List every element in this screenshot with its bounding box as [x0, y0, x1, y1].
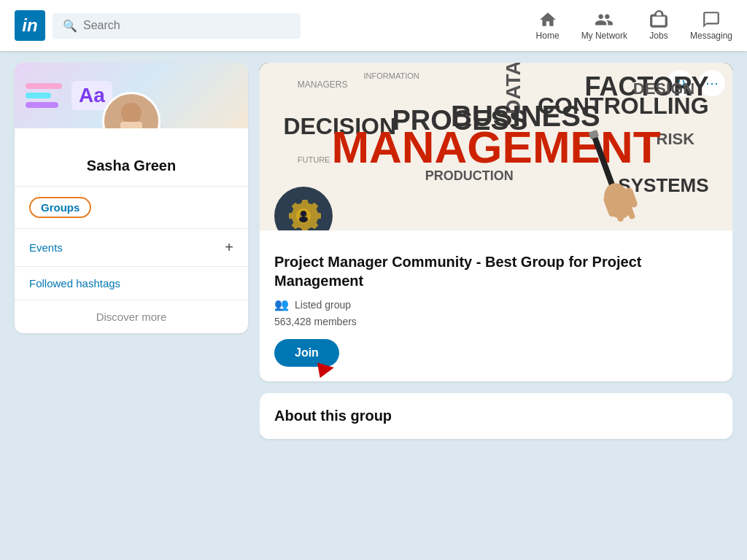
word-design: DESIGN	[633, 79, 694, 98]
navbar-left: in 🔍	[15, 10, 536, 41]
nav-my-network[interactable]: My Network	[581, 10, 627, 41]
navbar-right: Home My Network Jobs Messaging	[536, 10, 732, 41]
nav-jobs[interactable]: Jobs	[649, 10, 668, 41]
content-area: MANAGERS INFORMATION FUTURE DECISION PRO…	[260, 63, 732, 548]
group-card: MANAGERS INFORMATION FUTURE DECISION PRO…	[260, 63, 732, 381]
linkedin-logo[interactable]: in	[15, 10, 45, 41]
group-banner: MANAGERS INFORMATION FUTURE DECISION PRO…	[260, 63, 732, 230]
sidebar-item-hashtags[interactable]: Followed hashtags	[15, 267, 248, 300]
svg-point-12	[299, 217, 308, 222]
banner-decorations	[22, 79, 66, 112]
profile-info: Sasha Green	[15, 128, 248, 186]
banner-bar-cyan	[26, 93, 51, 98]
jobs-icon	[649, 10, 668, 29]
nav-home-label: Home	[536, 31, 560, 41]
discover-more-button[interactable]: Discover more	[15, 300, 248, 333]
svg-rect-2	[120, 122, 142, 128]
nav-jobs-label: Jobs	[649, 31, 667, 41]
linkedin-logo-text: in	[22, 15, 37, 36]
discover-more-label: Discover more	[96, 311, 167, 323]
group-meta: 👥 Listed group	[274, 298, 718, 311]
word-managers: MANAGERS	[298, 79, 348, 90]
svg-rect-3	[590, 131, 616, 188]
nav-messaging-label: Messaging	[690, 31, 732, 41]
join-label: Join	[295, 346, 319, 359]
sidebar-banner: Aa	[15, 63, 248, 128]
navbar: in 🔍 Home My Network Jobs	[0, 0, 747, 51]
word-information: INFORMATION	[364, 71, 419, 80]
sidebar-item-events[interactable]: Events +	[15, 229, 248, 266]
groups-label: Groups	[29, 197, 91, 218]
about-title: About this group	[274, 408, 718, 424]
group-info: Project Manager Community - Best Group f…	[260, 230, 732, 381]
hashtags-label: Followed hashtags	[29, 277, 120, 289]
word-future: FUTURE	[298, 155, 330, 164]
search-bar[interactable]: 🔍	[53, 13, 301, 39]
sidebar-card: Aa Sasha Green Groups	[15, 63, 248, 333]
gear-icon	[282, 194, 325, 230]
avatar-image	[106, 97, 157, 128]
home-icon	[538, 10, 557, 29]
svg-point-11	[301, 211, 306, 217]
sidebar: Aa Sasha Green Groups	[15, 63, 248, 548]
sidebar-item-groups[interactable]: Groups	[15, 187, 248, 228]
network-icon	[595, 10, 614, 29]
nav-home[interactable]: Home	[536, 10, 560, 41]
about-card: About this group	[260, 393, 732, 439]
profile-name: Sasha Green	[29, 158, 233, 174]
group-type: Listed group	[295, 299, 351, 311]
group-title: Project Manager Community - Best Group f…	[274, 252, 718, 290]
banner-bar-purple	[26, 102, 58, 108]
nav-messaging[interactable]: Messaging	[690, 10, 732, 41]
events-add-icon[interactable]: +	[225, 239, 233, 256]
hand-pen-image	[539, 114, 685, 230]
group-type-icon: 👥	[274, 298, 289, 311]
messaging-icon	[702, 10, 721, 29]
nav-network-label: My Network	[581, 31, 627, 41]
search-input[interactable]	[83, 19, 290, 32]
group-members-count: 563,428 members	[274, 316, 718, 327]
search-icon: 🔍	[63, 19, 77, 33]
svg-point-0	[121, 103, 142, 123]
main-content: Aa Sasha Green Groups	[0, 51, 747, 560]
banner-bar-pink	[26, 83, 62, 89]
events-label: Events	[29, 241, 63, 254]
